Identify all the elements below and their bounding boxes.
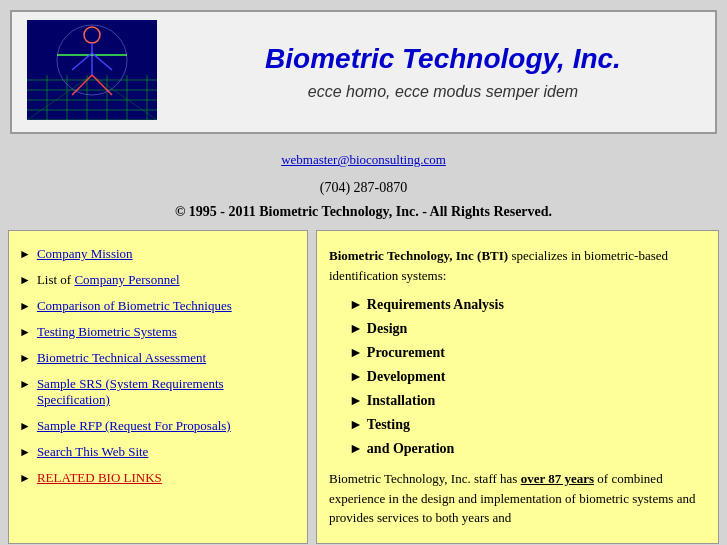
nav-item-biolinks: ► RELATED BIO LINKS xyxy=(19,470,297,486)
nav-link-search[interactable]: Search This Web Site xyxy=(37,444,148,459)
services-list: ► Requirements Analysis ► Design ► Procu… xyxy=(329,297,706,457)
service-label-7: and Operation xyxy=(367,441,455,457)
header-section: Biometric Technology, Inc. ecce homo, ec… xyxy=(0,0,727,144)
service-arrow-2: ► xyxy=(349,321,363,337)
service-operation: ► and Operation xyxy=(349,441,706,457)
service-label-6: Testing xyxy=(367,417,410,433)
nav-link-testing[interactable]: Testing Biometric Systems xyxy=(37,324,177,339)
service-arrow-6: ► xyxy=(349,417,363,433)
service-label-4: Development xyxy=(367,369,446,385)
service-arrow-7: ► xyxy=(349,441,363,457)
nav-arrow-testing: ► xyxy=(19,325,31,340)
nav-arrow-rfp: ► xyxy=(19,419,31,434)
nav-item-srs: ► Sample SRS (System Requirements Specif… xyxy=(19,376,297,408)
logo-cell xyxy=(11,11,171,133)
nav-text-personnel-prefix: List of xyxy=(37,272,75,287)
service-testing: ► Testing xyxy=(349,417,706,433)
service-label-3: Procurement xyxy=(367,345,445,361)
service-arrow-1: ► xyxy=(349,297,363,313)
nav-arrow-personnel: ► xyxy=(19,273,31,288)
service-arrow-5: ► xyxy=(349,393,363,409)
nav-arrow-biolinks: ► xyxy=(19,471,31,486)
service-label-5: Installation xyxy=(367,393,435,409)
nav-item-personnel: ► List of Company Personnel xyxy=(19,272,297,288)
header-title-cell: Biometric Technology, Inc. ecce homo, ec… xyxy=(171,11,716,133)
nav-item-search: ► Search This Web Site xyxy=(19,444,297,460)
nav-item-mission: ► Company Mission xyxy=(19,246,297,262)
nav-link-personnel[interactable]: Company Personnel xyxy=(74,272,179,287)
service-development: ► Development xyxy=(349,369,706,385)
service-label-2: Design xyxy=(367,321,407,337)
nav-arrow-srs: ► xyxy=(19,377,31,392)
content-intro: Biometric Technology, Inc (BTI) speciali… xyxy=(329,246,706,285)
nav-link-comparison[interactable]: Comparison of Biometric Techniques xyxy=(37,298,232,313)
main-content: ► Company Mission ► List of Company Pers… xyxy=(0,230,727,545)
email-bar: webmaster@bioconsulting.com xyxy=(0,144,727,176)
company-name-bold: Biometric Technology, Inc (BTI) xyxy=(329,248,508,263)
email-link[interactable]: webmaster@bioconsulting.com xyxy=(281,152,446,167)
phone-line: (704) 287-0870 xyxy=(0,176,727,200)
copyright-line: © 1995 - 2011 Biometric Technology, Inc.… xyxy=(0,200,727,230)
logo-svg xyxy=(27,20,157,120)
service-label-1: Requirements Analysis xyxy=(367,297,504,313)
service-installation: ► Installation xyxy=(349,393,706,409)
service-design: ► Design xyxy=(349,321,706,337)
nav-arrow-search: ► xyxy=(19,445,31,460)
nav-link-assessment[interactable]: Biometric Technical Assessment xyxy=(37,350,206,365)
nav-arrow-comparison: ► xyxy=(19,299,31,314)
service-procurement: ► Procurement xyxy=(349,345,706,361)
nav-arrow-assessment: ► xyxy=(19,351,31,366)
company-tagline: ecce homo, ecce modus semper idem xyxy=(191,83,695,101)
service-arrow-4: ► xyxy=(349,369,363,385)
nav-item-comparison: ► Comparison of Biometric Techniques xyxy=(19,298,297,314)
nav-link-biolinks[interactable]: RELATED BIO LINKS xyxy=(37,470,162,485)
service-arrow-3: ► xyxy=(349,345,363,361)
company-logo xyxy=(27,20,157,120)
service-requirements: ► Requirements Analysis xyxy=(349,297,706,313)
years-highlight: over 87 years xyxy=(521,471,594,486)
sidebar: ► Company Mission ► List of Company Pers… xyxy=(8,230,308,544)
nav-link-rfp[interactable]: Sample RFP (Request For Proposals) xyxy=(37,418,231,433)
company-title: Biometric Technology, Inc. xyxy=(191,43,695,75)
nav-arrow-mission: ► xyxy=(19,247,31,262)
content-panel: Biometric Technology, Inc (BTI) speciali… xyxy=(316,230,719,544)
nav-item-rfp: ► Sample RFP (Request For Proposals) xyxy=(19,418,297,434)
nav-link-srs[interactable]: Sample SRS (System Requirements Specific… xyxy=(37,376,224,407)
content-description: Biometric Technology, Inc. staff has ove… xyxy=(329,469,706,528)
nav-item-assessment: ► Biometric Technical Assessment xyxy=(19,350,297,366)
nav-link-mission[interactable]: Company Mission xyxy=(37,246,133,261)
nav-item-testing: ► Testing Biometric Systems xyxy=(19,324,297,340)
description-pre: Biometric Technology, Inc. staff has xyxy=(329,471,521,486)
header-table: Biometric Technology, Inc. ecce homo, ec… xyxy=(10,10,717,134)
